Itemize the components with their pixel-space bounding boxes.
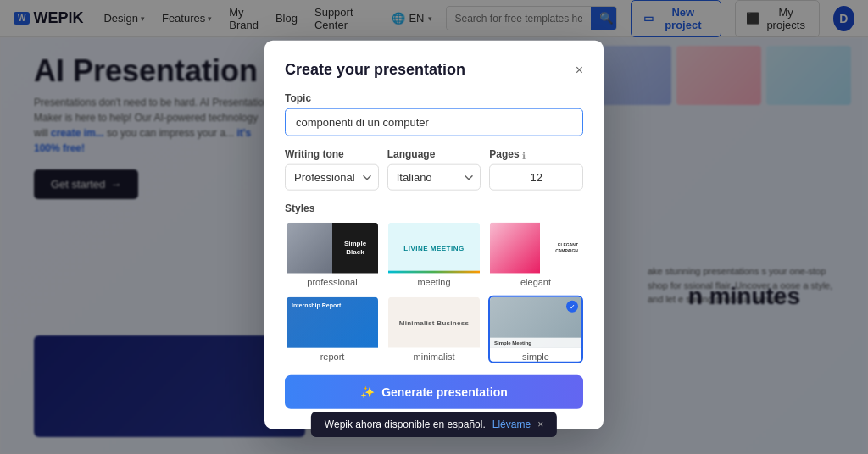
modal-title: Create your presentation [285,61,465,79]
styles-section: Styles SimpleBlack professional LIVINE M… [285,202,583,363]
style-name-simple: simple [490,352,581,362]
pages-input[interactable] [489,164,583,191]
fields-row: Writing tone Professional Casual Formal … [285,148,583,191]
thumb-pro-right: SimpleBlack [332,223,378,274]
modal-header: Create your presentation × [285,61,583,79]
pages-group: Pages ℹ [489,148,583,191]
style-card-simple[interactable]: Simple Meeting ✓ simple [488,296,583,363]
pages-label-row: Pages ℹ [489,148,583,164]
toast-link[interactable]: Llévame [492,418,531,430]
toast-text: Wepik ahora disponible en español. [325,418,486,430]
style-name-minimalist: minimalist [388,352,480,362]
style-card-elegant[interactable]: ELEGANTCAMPAIGN elegant [488,221,583,289]
style-name-report: report [287,352,378,362]
generate-button[interactable]: ✨ Generate presentation [285,375,583,409]
writing-tone-group: Writing tone Professional Casual Formal … [285,148,379,191]
topic-label: Topic [285,92,583,104]
language-select[interactable]: Italiano English Español Français Deutsc… [387,164,481,191]
thumb-meeting-text: LIVINE MEETING [403,244,464,252]
style-card-professional[interactable]: SimpleBlack professional [285,221,380,289]
toast-close-button[interactable]: × [537,418,543,430]
writing-tone-select[interactable]: Professional Casual Formal Humorous [285,164,379,191]
style-name-elegant: elegant [490,277,581,287]
style-card-meeting[interactable]: LIVINE MEETING meeting [387,221,481,289]
topic-input[interactable] [285,108,583,136]
style-thumb-meeting: LIVINE MEETING [388,223,480,274]
thumb-pro-text: SimpleBlack [344,239,366,257]
style-name-professional: professional [287,277,378,287]
style-thumb-report: Internship Report [287,297,378,348]
selected-check-icon: ✓ [566,301,578,313]
styles-label: Styles [285,202,583,214]
style-card-minimalist[interactable]: Minimalist Business minimalist [387,296,481,363]
style-thumb-professional: SimpleBlack [287,223,378,274]
language-label: Language [387,148,481,160]
styles-grid: SimpleBlack professional LIVINE MEETING … [285,221,583,363]
writing-tone-label: Writing tone [285,148,379,160]
pages-label: Pages [489,148,519,160]
style-thumb-elegant: ELEGANTCAMPAIGN [490,223,581,274]
info-icon: ℹ [522,151,526,162]
close-button[interactable]: × [576,63,583,76]
create-presentation-modal: Create your presentation × Topic Writing… [264,41,604,429]
language-group: Language Italiano English Español França… [387,148,481,191]
generate-label: Generate presentation [381,385,508,399]
magic-icon: ✨ [360,385,375,399]
style-card-report[interactable]: Internship Report report [285,296,380,363]
style-thumb-simple: Simple Meeting ✓ [490,297,581,348]
style-name-meeting: meeting [388,277,480,287]
style-thumb-minimalist: Minimalist Business [388,297,480,348]
toast-notification: Wepik ahora disponible en español. Lléva… [311,412,557,437]
thumb-pro-left [287,223,332,274]
